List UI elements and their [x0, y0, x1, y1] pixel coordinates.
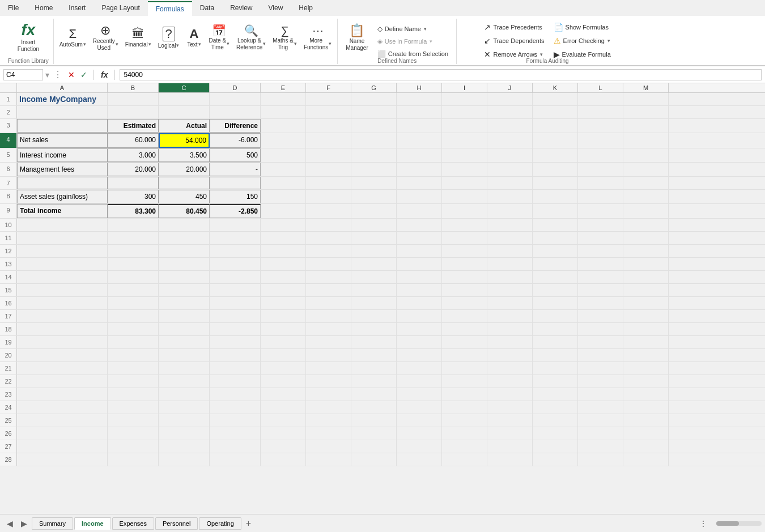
cell-e20[interactable] [261, 349, 306, 361]
cell-a26[interactable] [17, 427, 108, 440]
cell-l16[interactable] [578, 297, 623, 309]
cell-h4[interactable] [397, 133, 442, 148]
cell-k26[interactable] [533, 427, 578, 440]
cell-m27[interactable] [623, 440, 669, 453]
cell-a4[interactable]: Net sales [17, 133, 108, 148]
cell-k6[interactable] [533, 163, 578, 176]
cell-j26[interactable] [487, 427, 533, 440]
cell-k13[interactable] [533, 258, 578, 270]
cell-a27[interactable] [17, 440, 108, 453]
cell-g11[interactable] [351, 232, 397, 244]
cell-f17[interactable] [306, 310, 351, 322]
cell-h3[interactable] [397, 119, 442, 133]
cell-h8[interactable] [397, 190, 442, 203]
cell-h18[interactable] [397, 323, 442, 335]
cell-a20[interactable] [17, 349, 108, 361]
cell-m14[interactable] [623, 271, 669, 283]
cell-m19[interactable] [623, 336, 669, 348]
cell-c18[interactable] [159, 323, 210, 335]
cell-g5[interactable] [351, 148, 397, 162]
name-manager-button[interactable]: 📋 NameManager [342, 21, 371, 55]
cell-g25[interactable] [351, 414, 397, 427]
sheet-tab-operating[interactable]: Operating [199, 517, 241, 530]
cell-b1[interactable] [108, 93, 159, 105]
col-header-g[interactable]: G [351, 83, 397, 92]
cell-i27[interactable] [442, 440, 487, 453]
cell-i11[interactable] [442, 232, 487, 244]
cell-b28[interactable] [108, 453, 159, 466]
cell-j16[interactable] [487, 297, 533, 309]
cell-i17[interactable] [442, 310, 487, 322]
cell-i3[interactable] [442, 119, 487, 133]
cell-e1[interactable] [261, 93, 306, 105]
cell-m10[interactable] [623, 219, 669, 231]
cell-j17[interactable] [487, 310, 533, 322]
cell-g8[interactable] [351, 190, 397, 203]
cell-k9[interactable] [533, 204, 578, 218]
cell-a19[interactable] [17, 336, 108, 348]
cell-b3[interactable]: Estimated [108, 119, 159, 133]
cell-a11[interactable] [17, 232, 108, 244]
cell-h11[interactable] [397, 232, 442, 244]
cell-c21[interactable] [159, 362, 210, 374]
cell-g21[interactable] [351, 362, 397, 374]
cell-j19[interactable] [487, 336, 533, 348]
cell-l12[interactable] [578, 245, 623, 257]
cell-k4[interactable] [533, 133, 578, 148]
cell-d21[interactable] [210, 362, 261, 374]
col-header-c[interactable]: C [159, 83, 210, 92]
cell-f11[interactable] [306, 232, 351, 244]
cell-a12[interactable] [17, 245, 108, 257]
cell-a3[interactable] [17, 119, 108, 133]
cell-a13[interactable] [17, 258, 108, 270]
cell-i21[interactable] [442, 362, 487, 374]
cell-g12[interactable] [351, 245, 397, 257]
cell-c10[interactable] [159, 219, 210, 231]
cell-m21[interactable] [623, 362, 669, 374]
cell-a24[interactable] [17, 401, 108, 414]
tab-page-layout[interactable]: Page Layout [94, 1, 147, 16]
cell-e28[interactable] [261, 453, 306, 466]
cell-a9[interactable]: Total income [17, 204, 108, 218]
cell-b26[interactable] [108, 427, 159, 440]
cell-l19[interactable] [578, 336, 623, 348]
cell-c7[interactable] [159, 177, 210, 189]
col-header-h[interactable]: H [397, 83, 442, 92]
cell-k28[interactable] [533, 453, 578, 466]
cell-h26[interactable] [397, 427, 442, 440]
cell-c15[interactable] [159, 284, 210, 296]
cell-g27[interactable] [351, 440, 397, 453]
cell-a25[interactable] [17, 414, 108, 427]
cell-m11[interactable] [623, 232, 669, 244]
date-time-button[interactable]: 📅 Date &Time ▾ [205, 21, 233, 55]
cell-k18[interactable] [533, 323, 578, 335]
cell-m22[interactable] [623, 375, 669, 388]
cell-b8[interactable]: 300 [108, 190, 159, 203]
cell-j18[interactable] [487, 323, 533, 335]
cell-h9[interactable] [397, 204, 442, 218]
cell-m5[interactable] [623, 148, 669, 162]
cell-ref-dropdown[interactable]: ▾ [45, 70, 49, 79]
cell-l23[interactable] [578, 388, 623, 401]
cell-k11[interactable] [533, 232, 578, 244]
cell-d16[interactable] [210, 297, 261, 309]
col-header-b[interactable]: B [108, 83, 159, 92]
cell-m28[interactable] [623, 453, 669, 466]
cell-e6[interactable] [261, 163, 306, 176]
cell-a7[interactable] [17, 177, 108, 189]
tab-prev[interactable]: ◀ [3, 518, 16, 529]
cell-d1[interactable] [210, 93, 261, 105]
cell-l15[interactable] [578, 284, 623, 296]
cell-i1[interactable] [442, 93, 487, 105]
logical-button[interactable]: ? Logical ▾ [155, 21, 183, 55]
cell-d4[interactable]: -6.000 [210, 133, 261, 148]
cell-f7[interactable] [306, 177, 351, 189]
cell-b14[interactable] [108, 271, 159, 283]
cell-d7[interactable] [210, 177, 261, 189]
cell-b25[interactable] [108, 414, 159, 427]
cell-l25[interactable] [578, 414, 623, 427]
cell-e13[interactable] [261, 258, 306, 270]
cell-m6[interactable] [623, 163, 669, 176]
cell-a10[interactable] [17, 219, 108, 231]
cell-f26[interactable] [306, 427, 351, 440]
